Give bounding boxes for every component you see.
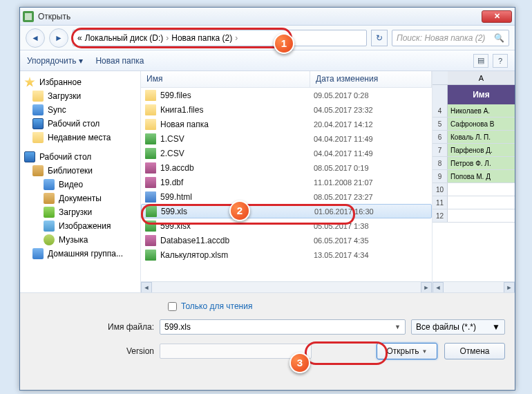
sidebar: Избранное Загрузки Sync Рабочий стол Нед… [20,71,141,292]
scroll-right-icon[interactable]: ► [421,282,432,293]
file-list-header: Имя Дата изменения [141,71,432,88]
sync-icon [32,104,44,115]
row-value: Парфенов Д. [448,144,515,156]
preview-row: 6Коваль Л. П. [433,131,515,144]
file-list: Имя Дата изменения 599.files09.05.2017 0… [141,71,432,292]
sidebar-item-desktop[interactable]: Рабочий стол [20,117,140,131]
help-button[interactable]: ? [493,54,508,68]
recent-icon [32,132,44,143]
back-button[interactable]: ◄ [26,28,45,48]
file-date: 09.05.2017 0:28 [314,91,369,100]
bottom-panel: Только для чтения Имя файла: 599.xls ▼ В… [20,292,515,372]
sidebar-item-sync[interactable]: Sync [20,103,140,117]
db-icon [145,162,156,173]
file-date: 05.05.2017 1:38 [314,222,369,230]
file-row[interactable]: 599.files09.05.2017 0:28 [141,88,432,102]
file-date: 04.05.2017 23:32 [314,106,373,114]
file-date: 13.05.2017 4:34 [314,251,369,259]
forward-button[interactable]: ► [49,28,68,48]
row-number: 5 [433,118,448,130]
file-date: 04.04.2017 11:49 [314,149,373,158]
scroll-left-icon[interactable]: ◄ [141,282,152,293]
new-folder-button[interactable]: Новая папка [95,56,144,66]
filetype-filter[interactable]: Все файлы (*.*) ▼ [411,319,505,335]
file-row[interactable]: Калькулятор.xlsm13.05.2017 4:34 [141,247,432,262]
file-row[interactable]: 599.html08.05.2017 23:27 [141,189,432,204]
breadcrumb[interactable]: « Локальный диск (D:) › Новая папка (2) … [73,30,367,46]
toolbar: Упорядочить ▾ Новая папка ▤ ? [20,50,515,71]
file-row[interactable]: 1.CSV04.04.2017 11:49 [141,131,432,146]
search-icon: 🔍 [494,33,504,43]
file-row[interactable]: Книга1.files04.05.2017 23:32 [141,102,432,117]
file-name: 19.accdb [160,163,314,173]
filename-input[interactable]: 599.xls ▼ [160,319,406,335]
crumb-sep-icon: › [166,33,169,43]
sidebar-item-pictures[interactable]: Изображения [20,219,140,233]
dialog-body: Избранное Загрузки Sync Рабочий стол Нед… [20,71,515,292]
sidebar-item-downloads[interactable]: Загрузки [20,89,140,103]
file-row[interactable]: 19.dbf11.01.2008 21:07 [141,175,432,189]
chevron-down-icon[interactable]: ▼ [492,322,500,332]
file-date: 08.05.2017 23:27 [314,193,373,201]
sidebar-item-recent[interactable]: Недавние места [20,131,140,144]
cancel-button[interactable]: Отмена [444,343,505,359]
file-row[interactable]: Новая папка20.04.2017 14:12 [141,117,432,131]
file-date: 01.06.2017 16:30 [314,207,374,216]
open-button[interactable]: Открыть ▼ [377,343,437,359]
close-button[interactable]: ✕ [482,10,512,23]
filename-label: Имя файла: [30,322,154,332]
sidebar-libraries[interactable]: Библиотеки [20,164,140,178]
video-icon [44,179,55,190]
file-row[interactable]: 599.xlsx05.05.2017 1:38 [141,218,432,233]
sidebar-homegroup[interactable]: Домашняя группа... [20,247,140,261]
crumb-prefix: « [77,33,82,43]
h-scrollbar[interactable]: ◄ ► [141,281,432,292]
sidebar-desktop-root[interactable]: Рабочий стол [20,150,140,164]
file-name: 599.xls [161,207,314,216]
preview-row: 4Николаев А. [433,104,515,118]
chevron-down-icon[interactable]: ▼ [395,323,401,330]
navbar: ◄ ► « Локальный диск (D:) › Новая папка … [20,26,515,50]
desktop-icon [24,151,35,162]
refresh-button[interactable]: ↻ [371,30,388,46]
view-mode-button[interactable]: ▤ [473,54,488,68]
sidebar-item-video[interactable]: Видео [20,178,140,191]
folder-icon [32,91,44,102]
row-value: Николаев А. [448,104,515,117]
chevron-down-icon[interactable]: ▼ [422,348,428,355]
search-input[interactable]: Поиск: Новая папка (2) 🔍 [392,30,509,46]
preview-h-scrollbar[interactable]: ◄ ► [433,281,515,292]
scroll-right-icon[interactable]: ► [504,282,515,293]
crumb-folder[interactable]: Новая папка (2) [171,33,232,43]
organize-menu[interactable]: Упорядочить ▾ [27,56,83,66]
sidebar-item-downloads[interactable]: Загрузки [20,205,140,219]
titlebar: Открыть ✕ [20,8,515,26]
music-icon [44,234,55,245]
readonly-check[interactable] [168,302,177,311]
file-row[interactable]: 599.xls01.06.2017 16:30 [141,204,432,218]
htm-icon [145,191,156,203]
row-number: 4 [433,104,448,117]
preview-row: 5Сафронова В [433,118,515,131]
row-value: Коваль Л. П. [448,131,515,143]
sidebar-item-music[interactable]: Музыка [20,233,140,247]
file-row[interactable]: Database11.accdb06.05.2017 4:35 [141,233,432,247]
chevron-down-icon: ▾ [79,56,83,66]
row-number: 8 [433,157,448,169]
sidebar-favorites[interactable]: Избранное [20,75,140,89]
sidebar-item-documents[interactable]: Документы [20,191,140,205]
file-date: 20.04.2017 14:12 [314,120,373,129]
scroll-left-icon[interactable]: ◄ [433,282,444,293]
file-name: 599.files [160,91,314,100]
col-name[interactable]: Имя [141,71,310,87]
file-row[interactable]: 2.CSV04.04.2017 11:49 [141,146,432,160]
app-icon [23,11,34,22]
file-row[interactable]: 19.accdb08.05.2017 0:19 [141,160,432,175]
download-icon [44,207,55,218]
crumb-disk[interactable]: Локальный диск (D:) [85,33,164,43]
row-number: 6 [433,131,448,143]
readonly-checkbox[interactable]: Только для чтения [168,301,505,311]
row-number: 9 [433,170,448,182]
version-select[interactable] [160,344,312,359]
col-date[interactable]: Дата изменения [310,71,432,87]
